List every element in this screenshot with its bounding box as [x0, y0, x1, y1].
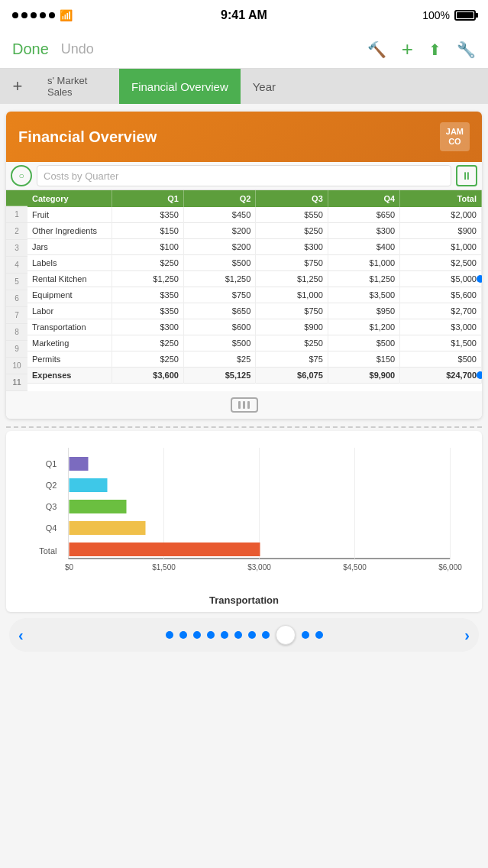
cell-value[interactable]: $3,600 [111, 368, 183, 384]
cell-value[interactable]: $500 [183, 335, 255, 351]
cell-value[interactable]: $5,000 [400, 271, 482, 287]
add-sheet-button[interactable]: + [0, 69, 35, 104]
tab-market-sales[interactable]: s' Market Sales [35, 69, 119, 104]
table-row[interactable]: Marketing$250$500$250$500$1,500 [27, 335, 482, 351]
cell-value[interactable]: $450 [183, 207, 255, 223]
cell-category[interactable]: Other Ingredients [27, 223, 111, 239]
cell-category[interactable]: Expenses [27, 368, 111, 384]
page-dot[interactable] [248, 631, 256, 639]
formula-input[interactable]: Costs by Quarter [37, 165, 451, 186]
cell-value[interactable]: $500 [328, 335, 399, 351]
cell-value[interactable]: $900 [256, 319, 328, 335]
cell-value[interactable]: $150 [111, 223, 183, 239]
cell-value[interactable]: $600 [183, 319, 255, 335]
cell-value[interactable]: $2,500 [400, 255, 482, 271]
cell-category[interactable]: Marketing [27, 335, 111, 351]
cell-value[interactable]: $75 [256, 351, 328, 368]
cell-value[interactable]: $150 [328, 351, 399, 368]
done-button[interactable]: Done [12, 40, 49, 58]
table-row[interactable]: Labels$250$500$750$1,000$2,500 [27, 255, 482, 271]
cell-value[interactable]: $100 [111, 239, 183, 255]
cell-value[interactable]: $1,000 [400, 239, 482, 255]
formula-pause-button[interactable]: ⏸ [456, 165, 477, 186]
page-dot[interactable] [262, 631, 270, 639]
cell-value[interactable]: $300 [256, 239, 328, 255]
table-row[interactable]: Jars$100$200$300$400$1,000 [27, 239, 482, 255]
cell-value[interactable]: $1,250 [111, 271, 183, 287]
cell-value[interactable]: $2,700 [400, 303, 482, 319]
cell-value[interactable]: $650 [328, 207, 399, 223]
cell-category[interactable]: Fruit [27, 207, 111, 223]
cell-value[interactable]: $1,500 [400, 335, 482, 351]
table-row[interactable]: Fruit$350$450$550$650$2,000 [27, 207, 482, 223]
undo-button[interactable]: Undo [61, 41, 94, 57]
prev-page-button[interactable]: ‹ [18, 627, 24, 644]
tab-financial-overview[interactable]: Financial Overview [119, 69, 241, 104]
wrench-icon[interactable]: 🔧 [457, 40, 476, 59]
page-dot[interactable] [276, 625, 296, 645]
table-row[interactable]: Transportation$300$600$900$1,200$3,000 [27, 319, 482, 335]
cell-value[interactable]: $5,600 [400, 287, 482, 303]
cell-value[interactable]: $950 [328, 303, 399, 319]
page-dot[interactable] [302, 631, 309, 639]
cell-value[interactable]: $500 [400, 351, 482, 368]
cell-category[interactable]: Jars [27, 239, 111, 255]
page-dot[interactable] [179, 631, 187, 639]
table-row[interactable]: Permits$250$25$75$150$500 [27, 351, 482, 368]
cell-value[interactable]: $200 [183, 239, 255, 255]
cell-value[interactable]: $1,250 [256, 271, 328, 287]
cell-value[interactable]: $5,125 [183, 368, 255, 384]
page-dot[interactable] [166, 631, 173, 639]
cell-value[interactable]: $400 [328, 239, 399, 255]
cell-value[interactable]: $1,000 [256, 287, 328, 303]
cell-value[interactable]: $250 [256, 223, 328, 239]
cell-value[interactable]: $750 [256, 255, 328, 271]
cell-category[interactable]: Equipment [27, 287, 111, 303]
tools-icon[interactable]: 🔨 [367, 40, 386, 59]
cell-value[interactable]: $750 [183, 287, 255, 303]
cell-value[interactable]: $2,000 [400, 207, 482, 223]
add-icon[interactable]: + [402, 37, 413, 61]
cell-value[interactable]: $250 [111, 335, 183, 351]
cell-value[interactable]: $3,500 [328, 287, 399, 303]
table-row[interactable]: Equipment$350$750$1,000$3,500$5,600 [27, 287, 482, 303]
page-dot[interactable] [221, 631, 228, 639]
next-page-button[interactable]: › [464, 627, 470, 644]
cell-value[interactable]: $550 [256, 207, 328, 223]
cell-value[interactable]: $650 [183, 303, 255, 319]
cell-value[interactable]: $300 [328, 223, 399, 239]
page-dot[interactable] [315, 631, 323, 639]
tab-year[interactable]: Year [241, 69, 288, 104]
table-row[interactable]: Expenses$3,600$5,125$6,075$9,900$24,700 [27, 368, 482, 384]
cell-value[interactable]: $750 [256, 303, 328, 319]
share-icon[interactable]: ⬆ [428, 40, 441, 59]
page-dot[interactable] [193, 631, 201, 639]
cell-value[interactable]: $350 [111, 303, 183, 319]
formula-circle-button[interactable]: ○ [11, 165, 32, 186]
table-scroll-area[interactable]: Category Q1 Q2 Q3 Q4 Total Fruit$350$450… [27, 190, 482, 391]
cell-value[interactable]: $1,250 [183, 271, 255, 287]
cell-category[interactable]: Transportation [27, 319, 111, 335]
cell-value[interactable]: $1,250 [328, 271, 399, 287]
table-row[interactable]: Other Ingredients$150$200$250$300$900 [27, 223, 482, 239]
cell-category[interactable]: Labels [27, 255, 111, 271]
cell-value[interactable]: $500 [183, 255, 255, 271]
cell-value[interactable]: $900 [400, 223, 482, 239]
cell-value[interactable]: $350 [111, 207, 183, 223]
cell-category[interactable]: Rental Kitchen [27, 271, 111, 287]
cell-value[interactable]: $250 [111, 255, 183, 271]
cell-value[interactable]: $9,900 [328, 368, 399, 384]
cell-value[interactable]: $350 [111, 287, 183, 303]
cell-value[interactable]: $1,000 [328, 255, 399, 271]
table-row[interactable]: Labor$350$650$750$950$2,700 [27, 303, 482, 319]
cell-category[interactable]: Permits [27, 351, 111, 368]
cell-category[interactable]: Labor [27, 303, 111, 319]
cell-value[interactable]: $300 [111, 319, 183, 335]
page-dot[interactable] [207, 631, 215, 639]
cell-value[interactable]: $250 [111, 351, 183, 368]
bottom-handle[interactable] [6, 391, 482, 419]
cell-value[interactable]: $200 [183, 223, 255, 239]
table-row[interactable]: Rental Kitchen$1,250$1,250$1,250$1,250$5… [27, 271, 482, 287]
page-dot[interactable] [234, 631, 242, 639]
cell-value[interactable]: $24,700 [400, 368, 482, 384]
